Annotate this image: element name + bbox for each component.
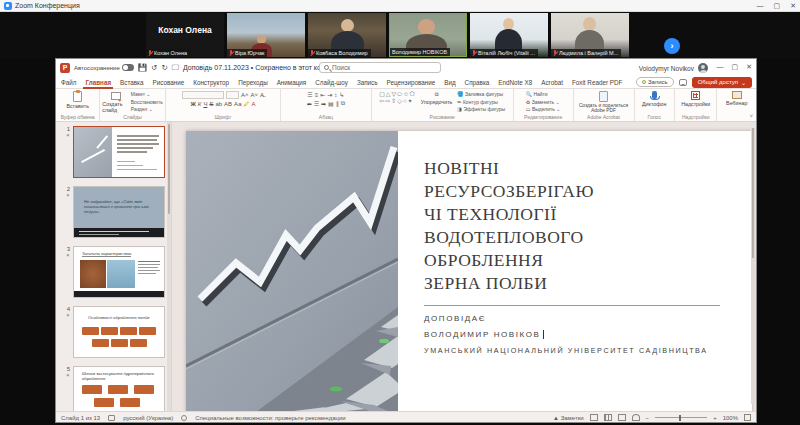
tab-foxit[interactable]: Foxit Reader PDF <box>572 79 622 86</box>
slide-text-block[interactable]: НОВІТНІ РЕСУРСОЗБЕРІГАЮ ЧІ ТЕХНОЛОГІЇ ВО… <box>424 157 732 355</box>
redo-icon[interactable]: ↻ <box>161 64 167 72</box>
layout-button[interactable]: Макет ⌄ <box>131 91 163 99</box>
tab-view[interactable]: Вид <box>444 79 455 86</box>
smartart-icon[interactable]: ⧉ <box>341 100 345 107</box>
select-button[interactable]: ▭ Выделить ⌄ <box>526 106 561 114</box>
addins-button[interactable]: Надстройки <box>681 91 710 107</box>
tab-record[interactable]: Запись <box>357 79 378 86</box>
change-case-icon[interactable]: Аа <box>234 101 241 107</box>
justify-icon[interactable]: ▤ <box>328 100 334 107</box>
italic-icon[interactable]: К <box>198 101 202 107</box>
shape-fill-button[interactable]: 🪣 Заливка фигуры <box>457 91 505 99</box>
slide-sorter-icon[interactable] <box>604 414 612 421</box>
dictaphone-button[interactable]: Диктофон <box>642 91 666 107</box>
strikethrough-icon[interactable]: S <box>209 101 213 107</box>
present-icon[interactable]: 🖵 <box>172 64 179 72</box>
font-name-input[interactable] <box>182 91 224 99</box>
comments-icon[interactable] <box>679 79 687 86</box>
indent-increase-icon[interactable]: ⇥ <box>327 91 332 98</box>
participant-tile[interactable]: Віра Юрчак <box>227 13 305 57</box>
shapes-gallery[interactable]: ▢△▽⬭☆⬠⇦⇨⇧◇○✦ <box>379 91 416 105</box>
shape-outline-button[interactable]: ✏ Контур фигуры <box>457 99 505 107</box>
tab-review[interactable]: Рецензирование <box>387 79 436 86</box>
shadow-icon[interactable]: ab <box>215 101 222 107</box>
autosave-control[interactable]: Автосохранение <box>74 64 134 71</box>
slide-scrollbar[interactable] <box>751 128 755 404</box>
bullets-icon[interactable]: ☰ <box>307 91 312 98</box>
line-spacing-icon[interactable]: ↕ <box>334 92 337 98</box>
display-settings-icon[interactable] <box>108 415 115 421</box>
slide-canvas[interactable]: НОВІТНІ РЕСУРСОЗБЕРІГАЮ ЧІ ТЕХНОЛОГІЇ ВО… <box>186 131 752 412</box>
tab-draw[interactable]: Рисование <box>153 79 185 86</box>
slide-thumbnail-1[interactable] <box>73 126 165 178</box>
numbering-icon[interactable]: ≡ <box>315 92 319 98</box>
find-button[interactable]: 🔍 Найти <box>526 91 561 99</box>
text-direction-icon[interactable]: ↳ <box>339 91 344 98</box>
slide-thumbnail-panel[interactable]: 1✶ 2✶ <box>56 122 172 411</box>
font-color-icon[interactable]: А <box>252 101 256 107</box>
highlight-icon[interactable]: 🖉 <box>244 101 250 107</box>
participant-tile[interactable]: Ковбаса Володимир <box>308 13 386 57</box>
slide-thumbnail-5[interactable]: Шляхи застосування гідротермічного оброб… <box>73 366 165 411</box>
close-icon[interactable]: ✕ <box>746 63 752 70</box>
minimize-icon[interactable]: — <box>757 2 764 9</box>
slideshow-icon[interactable] <box>632 414 640 421</box>
undo-icon[interactable]: ↺ <box>151 64 157 72</box>
zoom-out-icon[interactable]: − <box>646 415 650 421</box>
char-spacing-icon[interactable]: АВ <box>224 101 232 107</box>
participant-tile[interactable]: Кохан Олена Кохан Олена <box>146 13 224 57</box>
participant-tile-active-speaker[interactable]: Володимир НОВІКОВ <box>389 13 467 57</box>
zoom-level[interactable]: 100% <box>723 415 738 421</box>
tab-design[interactable]: Конструктор <box>193 79 229 86</box>
accessibility-status[interactable]: Специальные возможности: проверьте реком… <box>195 415 345 421</box>
minimize-icon[interactable]: — <box>717 63 724 70</box>
maximize-icon[interactable]: ▢ <box>732 63 739 70</box>
columns-icon[interactable]: ∥ <box>336 100 339 107</box>
clear-format-icon[interactable]: A̶ <box>260 92 264 98</box>
shrink-font-icon[interactable]: A˅ <box>250 92 258 98</box>
reset-button[interactable]: Восстановить <box>131 99 163 107</box>
ribbon-options-icon[interactable]: ⌄ <box>703 63 709 70</box>
section-button[interactable]: Раздел ⌄ <box>131 106 163 114</box>
font-size-input[interactable] <box>226 91 239 99</box>
indent-decrease-icon[interactable]: ⇤ <box>320 91 325 98</box>
share-button[interactable]: Общий доступ⌄ <box>692 77 752 88</box>
save-icon[interactable]: 💾 <box>138 64 147 72</box>
webinar-button[interactable]: Вебинар <box>726 91 747 106</box>
replace-button[interactable]: ♻ Заменить ⌄ <box>526 99 561 107</box>
slide-thumbnail-3[interactable]: Загальна характеристика <box>73 246 165 298</box>
slide-thumbnail-2[interactable]: Не забувайте, що «Світ змін починається … <box>73 186 165 238</box>
arrange-button[interactable]: ⧉ Упорядочить <box>421 91 453 105</box>
align-center-icon[interactable]: ☰ <box>314 100 319 107</box>
align-right-icon[interactable]: ➡ <box>321 100 326 107</box>
tab-help[interactable]: Справка <box>465 79 490 86</box>
grow-font-icon[interactable]: A˄ <box>241 92 249 98</box>
account-area[interactable]: Volodymyr Novikov <box>639 63 708 73</box>
autosave-toggle[interactable] <box>122 64 134 71</box>
tab-slideshow[interactable]: Слайд-шоу <box>315 79 348 86</box>
underline-icon[interactable]: Ч <box>203 101 207 107</box>
bold-icon[interactable]: Ж <box>190 101 195 107</box>
new-slide-button[interactable]: Создать слайд <box>102 92 128 113</box>
shape-effects-button[interactable]: ◨ Эффекты фигуры <box>457 106 505 114</box>
adobe-pdf-button[interactable]: Создать и поделиться Adobe PDF <box>576 91 632 113</box>
close-icon[interactable]: ✕ <box>790 2 796 9</box>
participant-tile[interactable]: Віталій Любіч (Vitalii ... <box>470 13 548 57</box>
align-left-icon[interactable]: ⬅ <box>307 100 312 107</box>
slide-thumbnail-4[interactable]: Особливості оброблення полби <box>73 306 165 358</box>
zoom-in-icon[interactable]: + <box>713 415 717 421</box>
language-indicator[interactable]: русский (Украина) <box>123 415 173 421</box>
collapse-ribbon-icon[interactable]: ˅ <box>749 113 753 119</box>
next-participants-arrow-icon[interactable]: › <box>664 38 680 54</box>
fit-to-window-icon[interactable] <box>744 414 751 421</box>
reading-view-icon[interactable] <box>618 414 626 421</box>
tab-file[interactable]: Файл <box>61 79 76 86</box>
notes-button[interactable]: ▲ Заметки <box>553 415 584 421</box>
tab-endnote[interactable]: EndNote X8 <box>498 79 532 86</box>
thumbnail-scrollbar[interactable] <box>167 122 171 411</box>
paste-button[interactable]: Вставить <box>66 91 88 109</box>
tab-insert[interactable]: Вставка <box>120 79 143 86</box>
search-input[interactable]: Поиск <box>319 62 441 73</box>
normal-view-icon[interactable] <box>590 414 598 421</box>
zoom-slider[interactable] <box>655 417 707 418</box>
